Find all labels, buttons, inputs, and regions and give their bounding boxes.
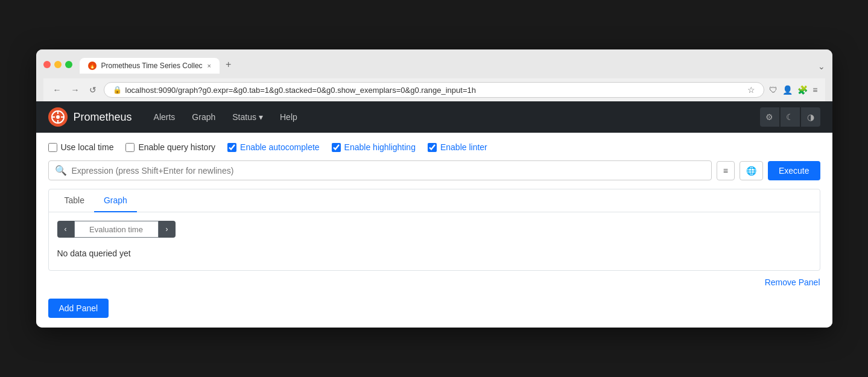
extensions-icon[interactable]: 🧩 — [797, 85, 808, 95]
browser-window: 🔥 Prometheus Time Series Collec × + ⌄ ← … — [36, 49, 832, 328]
new-tab-button[interactable]: + — [220, 55, 237, 74]
bookmark-icon[interactable]: ☆ — [747, 85, 755, 95]
add-panel-button[interactable]: Add Panel — [48, 299, 109, 318]
lock-icon: 🔒 — [113, 86, 122, 94]
contrast-mode-button[interactable]: ◑ — [801, 107, 820, 127]
nav-status[interactable]: Status ▾ — [225, 107, 270, 127]
dark-mode-button[interactable]: ☾ — [781, 107, 800, 127]
active-tab[interactable]: 🔥 Prometheus Time Series Collec × — [80, 58, 220, 74]
nav-help[interactable]: Help — [273, 107, 305, 127]
shield-icon[interactable]: 🛡 — [769, 85, 778, 95]
format-button[interactable]: ≡ — [717, 161, 735, 180]
title-bar: 🔥 Prometheus Time Series Collec × + ⌄ — [43, 55, 825, 74]
theme-buttons: ⚙ ☾ ◑ — [760, 107, 820, 127]
brand-name: Prometheus — [74, 111, 132, 124]
chevron-down-icon: ▾ — [259, 112, 263, 122]
search-icon: 🔍 — [55, 165, 67, 176]
tab-favicon: 🔥 — [88, 62, 97, 70]
enable-query-history-checkbox[interactable] — [125, 143, 135, 152]
tab-close-button[interactable]: × — [207, 62, 211, 69]
eval-time-row: ‹ › — [57, 221, 811, 238]
back-button[interactable]: ← — [51, 84, 64, 96]
format-icon: ≡ — [723, 166, 728, 176]
enable-linter-label: Enable linter — [440, 142, 487, 152]
prometheus-navbar: Prometheus Alerts Graph Status ▾ Help ⚙ … — [36, 101, 832, 133]
enable-autocomplete-label: Enable autocomplete — [240, 142, 320, 152]
address-bar[interactable]: 🔒 localhost:9090/graph?g0.expr=&g0.tab=1… — [104, 82, 765, 98]
tab-bar: 🔥 Prometheus Time Series Collec × + ⌄ — [80, 55, 825, 74]
svg-point-2 — [56, 115, 60, 119]
window-controls: ⌄ — [818, 62, 825, 71]
enable-highlighting-checkbox[interactable] — [332, 143, 341, 152]
nav-links: Alerts Graph Status ▾ Help — [147, 107, 760, 127]
main-content: Use local time Enable query history Enab… — [36, 133, 832, 328]
enable-highlighting-option[interactable]: Enable highlighting — [332, 142, 416, 152]
enable-query-history-option[interactable]: Enable query history — [125, 142, 215, 152]
maximize-traffic-light[interactable] — [65, 61, 72, 68]
execute-button[interactable]: Execute — [768, 161, 820, 180]
enable-autocomplete-option[interactable]: Enable autocomplete — [227, 142, 320, 152]
use-local-time-option[interactable]: Use local time — [48, 142, 114, 152]
prometheus-logo-icon — [48, 107, 68, 127]
expression-row: 🔍 ≡ 🌐 Execute — [48, 160, 820, 180]
enable-highlighting-label: Enable highlighting — [344, 142, 416, 152]
profile-icon[interactable]: 👤 — [782, 85, 793, 95]
eval-prev-button[interactable]: ‹ — [57, 221, 74, 238]
minimize-traffic-light[interactable] — [54, 61, 62, 68]
options-row: Use local time Enable query history Enab… — [48, 142, 820, 152]
tab-navigation: Table Graph — [49, 189, 820, 212]
nav-alerts[interactable]: Alerts — [147, 107, 183, 127]
tab-title: Prometheus Time Series Collec — [101, 62, 203, 70]
browser-chrome: 🔥 Prometheus Time Series Collec × + ⌄ ← … — [36, 49, 832, 101]
app-content: Prometheus Alerts Graph Status ▾ Help ⚙ … — [36, 101, 832, 328]
tab-table[interactable]: Table — [55, 189, 94, 212]
tab-content: ‹ › No data queried yet — [49, 212, 820, 270]
globe-icon: 🌐 — [746, 166, 756, 176]
settings-button[interactable]: ⚙ — [760, 107, 779, 127]
use-local-time-label: Use local time — [61, 142, 114, 152]
nav-bar: ← → ↺ 🔒 localhost:9090/graph?g0.expr=&g0… — [43, 78, 825, 101]
forward-button[interactable]: → — [69, 84, 82, 96]
enable-query-history-label: Enable query history — [138, 142, 215, 152]
remove-panel-row: Remove Panel — [48, 271, 820, 290]
eval-time-input[interactable] — [74, 221, 159, 238]
browser-actions: 🛡 👤 🧩 ≡ — [769, 85, 817, 95]
metrics-button[interactable]: 🌐 — [740, 161, 763, 180]
enable-autocomplete-checkbox[interactable] — [227, 143, 236, 152]
no-data-message: No data queried yet — [57, 245, 811, 262]
expression-input-container[interactable]: 🔍 — [48, 160, 712, 180]
menu-icon[interactable]: ≡ — [813, 85, 817, 95]
close-traffic-light[interactable] — [43, 61, 51, 68]
url-text: localhost:9090/graph?g0.expr=&g0.tab=1&g… — [125, 86, 744, 95]
nav-graph[interactable]: Graph — [185, 107, 223, 127]
eval-next-button[interactable]: › — [159, 221, 176, 238]
use-local-time-checkbox[interactable] — [48, 143, 57, 152]
tab-graph[interactable]: Graph — [94, 189, 137, 212]
refresh-button[interactable]: ↺ — [87, 84, 99, 96]
traffic-lights — [43, 61, 72, 68]
expression-input[interactable] — [72, 166, 705, 176]
tab-panel: Table Graph ‹ › No data queried yet — [48, 189, 820, 271]
remove-panel-link[interactable]: Remove Panel — [765, 277, 820, 287]
enable-linter-checkbox[interactable] — [428, 143, 437, 152]
enable-linter-option[interactable]: Enable linter — [428, 142, 487, 152]
